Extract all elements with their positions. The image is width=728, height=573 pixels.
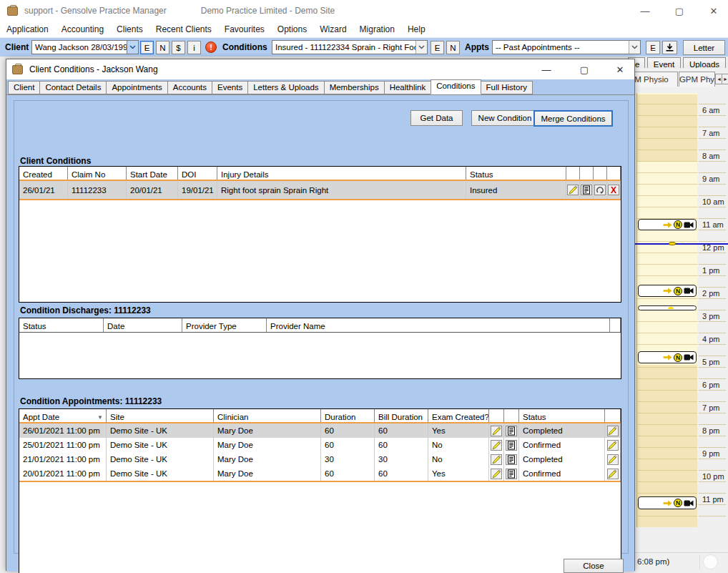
tab-healthlink[interactable]: Healthlink <box>384 81 432 94</box>
dialog-maximize-button[interactable]: ▢ <box>570 59 599 79</box>
column-header[interactable] <box>504 409 519 423</box>
column-header[interactable]: Duration <box>321 409 375 423</box>
client-combo[interactable]: Wang Jackson 28/03/1994 <box>31 40 139 54</box>
menu-item-accounting[interactable]: Accounting <box>55 22 110 36</box>
column-header[interactable]: Provider Type <box>182 318 267 332</box>
menu-item-clients[interactable]: Clients <box>110 22 149 36</box>
column-header[interactable]: Exam Created? <box>428 409 489 423</box>
appts-e-button[interactable]: E <box>646 41 660 54</box>
calendar-grid[interactable]: NNNN <box>636 93 697 527</box>
tab-scroll-right-icon[interactable]: ► <box>722 74 728 84</box>
column-header[interactable]: Appt Date▼ <box>19 409 107 423</box>
tab-conditions[interactable]: Conditions <box>431 79 481 94</box>
main-maximize-button[interactable]: ▢ <box>664 0 695 21</box>
column-header[interactable]: DOI <box>178 167 217 180</box>
column-header[interactable] <box>607 167 621 180</box>
column-header[interactable] <box>594 167 607 180</box>
main-minimize-button[interactable]: — <box>629 0 661 21</box>
chevron-down-icon[interactable] <box>127 41 138 54</box>
client-conditions-table[interactable]: CreatedClaim NoStart DateDOIInjury Detai… <box>19 166 621 303</box>
get-data-button[interactable]: Get Data <box>410 110 463 126</box>
edit-pencil-icon[interactable] <box>607 440 619 451</box>
column-header[interactable]: Status <box>519 409 605 423</box>
column-header[interactable] <box>566 167 580 180</box>
column-header[interactable]: Status <box>466 167 566 180</box>
table-row[interactable]: 20/01/2021 11:00 pmDemo Site - UKMary Do… <box>19 466 621 481</box>
column-header[interactable]: Claim No <box>68 167 127 180</box>
letter-button[interactable]: Letter <box>683 40 725 55</box>
tab-contact-details[interactable]: Contact Details <box>39 81 107 94</box>
condition-appointments-table[interactable]: Appt Date▼SiteClinicianDurationBill Dura… <box>19 408 621 573</box>
menu-item-help[interactable]: Help <box>401 22 432 36</box>
conditions-combo[interactable]: Insured - 111122334 Sprain - Right Foot <box>272 40 428 54</box>
column-header[interactable]: Start Date <box>127 167 178 180</box>
chevron-down-icon[interactable] <box>629 41 640 54</box>
conditions-n-button[interactable]: N <box>446 41 460 54</box>
column-header[interactable]: Bill Duration <box>375 409 428 423</box>
edit-pencil-icon[interactable] <box>491 454 502 465</box>
appts-combo[interactable]: -- Past Appointments -- <box>492 40 641 54</box>
form-document-icon[interactable] <box>506 469 517 479</box>
table-row[interactable]: 26/01/211111223320/01/2119/01/21Right fo… <box>19 181 621 199</box>
appointment-block[interactable]: N <box>638 285 697 297</box>
form-document-icon[interactable] <box>506 454 517 465</box>
appointment-block[interactable]: N <box>638 219 697 230</box>
menu-item-application[interactable]: Application <box>0 22 55 36</box>
menu-item-favourites[interactable]: Favourites <box>218 22 271 36</box>
tab-client[interactable]: Client <box>8 81 40 94</box>
close-button[interactable]: Close <box>564 559 624 573</box>
redo-arrow-icon[interactable] <box>594 185 606 195</box>
new-condition-button[interactable]: New Condition <box>471 110 538 126</box>
tab-memberships[interactable]: Memberships <box>324 81 385 94</box>
table-row[interactable]: 25/01/2021 11:00 pmDemo Site - UKMary Do… <box>19 438 621 452</box>
form-document-icon[interactable] <box>581 185 592 195</box>
client-dollar-button[interactable]: $ <box>172 41 185 54</box>
appointment-block[interactable]: N <box>638 496 697 509</box>
tab-letters-uploads[interactable]: Letters & Uploads <box>247 81 324 94</box>
menu-item-options[interactable]: Options <box>271 22 313 36</box>
client-e-button[interactable]: E <box>140 41 154 54</box>
column-header[interactable] <box>489 409 504 423</box>
merge-conditions-button[interactable]: Merge Conditions <box>533 110 613 127</box>
edit-pencil-icon[interactable] <box>491 469 502 479</box>
client-n-button[interactable]: N <box>156 41 169 54</box>
form-document-icon[interactable] <box>506 426 517 436</box>
chevron-down-icon[interactable] <box>415 41 427 54</box>
menu-item-migration[interactable]: Migration <box>353 22 401 36</box>
tab-appointments[interactable]: Appointments <box>106 81 167 94</box>
column-header[interactable]: Date <box>104 318 182 332</box>
menu-item-recent-clients[interactable]: Recent Clients <box>149 22 218 36</box>
table-row[interactable]: 26/01/2021 11:00 pmDemo Site - UKMary Do… <box>19 423 621 438</box>
appointment-block[interactable] <box>638 305 697 310</box>
column-header[interactable] <box>610 318 621 332</box>
column-header[interactable] <box>580 167 594 180</box>
appointment-block[interactable]: N <box>638 351 697 363</box>
conditions-e-button[interactable]: E <box>431 41 444 54</box>
table-row[interactable]: 21/01/2021 11:00 pmDemo Site - UKMary Do… <box>19 452 621 466</box>
column-header[interactable]: Injury Details <box>217 167 466 180</box>
edit-pencil-icon[interactable] <box>491 440 502 451</box>
column-header[interactable]: Status <box>19 318 104 332</box>
edit-pencil-icon[interactable] <box>607 426 619 436</box>
main-close-button[interactable]: ✕ <box>698 0 728 21</box>
edit-pencil-icon[interactable] <box>567 185 579 195</box>
column-header[interactable]: Provider Name <box>267 318 610 332</box>
tab-full-history[interactable]: Full History <box>481 81 533 94</box>
dialog-close-x-button[interactable]: ✕ <box>606 59 634 79</box>
form-document-icon[interactable] <box>506 440 517 451</box>
edit-pencil-icon[interactable] <box>607 469 619 479</box>
tab-accounts[interactable]: Accounts <box>167 81 212 94</box>
tab-events[interactable]: Events <box>212 81 248 94</box>
menu-item-wizard[interactable]: Wizard <box>313 22 353 36</box>
dialog-minimize-button[interactable]: — <box>532 59 561 79</box>
delete-x-icon[interactable]: X <box>608 185 619 195</box>
column-header[interactable] <box>605 409 621 423</box>
edit-pencil-icon[interactable] <box>491 426 502 436</box>
column-header[interactable]: Clinician <box>214 409 321 423</box>
column-header[interactable]: Created <box>19 167 68 180</box>
download-button[interactable] <box>662 41 677 54</box>
calendar-tab-gpm[interactable]: GPM Phy <box>679 72 715 87</box>
client-i-button[interactable]: i <box>187 41 201 54</box>
column-header[interactable]: Site <box>107 409 214 423</box>
edit-pencil-icon[interactable] <box>607 454 619 465</box>
